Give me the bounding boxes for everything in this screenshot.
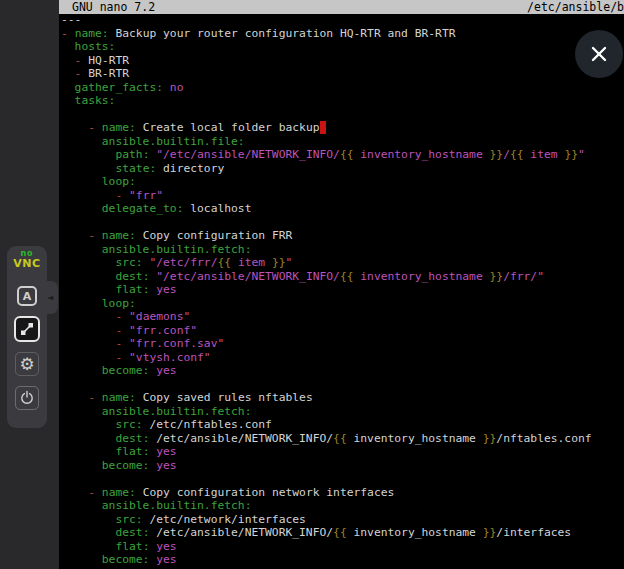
terminal-line: delegate_to: localhost (61, 202, 624, 216)
terminal-line: tasks: (61, 94, 624, 108)
terminal-line (61, 216, 624, 230)
terminal-line: - "vtysh.conf" (61, 351, 624, 365)
terminal-line (61, 378, 624, 392)
nano-titlebar: GNU nano 7.2 /etc/ansible/b (59, 0, 624, 14)
terminal-line: dest: /etc/ansible/NETWORK_INFO/{{ inven… (61, 526, 624, 540)
fullscreen-icon (20, 322, 34, 336)
terminal-line: flat: yes (61, 445, 624, 459)
terminal-line: - name: Create local folder backup (61, 121, 624, 135)
terminal-line: flat: yes (61, 540, 624, 554)
terminal-line: ansible.builtin.fetch: (61, 405, 624, 419)
terminal-line: - name: Copy configuration FRR (61, 229, 624, 243)
terminal-line: - "frr" (61, 189, 624, 203)
terminal-line: path: "/etc/ansible/NETWORK_INFO/{{ inve… (61, 148, 624, 162)
terminal-line: ansible.builtin.fetch: (61, 243, 624, 257)
terminal-line: - name: Backup your router configuration… (61, 27, 624, 41)
terminal-line: dest: /etc/ansible/NETWORK_INFO/{{ inven… (61, 432, 624, 446)
terminal-line: - BR-RTR (61, 67, 624, 81)
terminal-line: become: yes (61, 459, 624, 473)
close-icon (589, 44, 609, 64)
fullscreen-button[interactable] (14, 316, 40, 342)
terminal-line: gather_facts: no (61, 81, 624, 95)
terminal-line: loop: (61, 175, 624, 189)
terminal-line: hosts: (61, 40, 624, 54)
vnc-control-bar: no VNC A ⚙ (7, 246, 47, 428)
terminal-line: loop: (61, 297, 624, 311)
terminal-line: - HQ-RTR (61, 54, 624, 68)
terminal-line: become: yes (61, 553, 624, 567)
text-cursor (320, 121, 327, 134)
terminal-line: src: /etc/nftables.conf (61, 418, 624, 432)
keyboard-button[interactable]: A (17, 286, 37, 306)
keyboard-a-icon: A (23, 290, 32, 303)
terminal-line: state: directory (61, 162, 624, 176)
terminal-line: ansible.builtin.fetch: (61, 499, 624, 513)
terminal-line: - name: Copy configuration network inter… (61, 486, 624, 500)
nano-editor-content[interactable]: ---- name: Backup your router configurat… (59, 13, 624, 569)
power-icon (19, 390, 35, 406)
terminal-line: --- (61, 13, 624, 27)
terminal-line: src: /etc/network/interfaces (61, 513, 624, 527)
screen: GNU nano 7.2 /etc/ansible/b ---- name: B… (0, 0, 624, 569)
terminal-line: dest: "/etc/ansible/NETWORK_INFO/{{ inve… (61, 270, 624, 284)
settings-button[interactable]: ⚙ (15, 352, 39, 376)
novnc-logo: no VNC (7, 250, 47, 269)
nano-file-path: /etc/ansible/b (527, 0, 624, 14)
terminal-line: - name: Copy saved rules nftables (61, 391, 624, 405)
vnc-toolbar-handle[interactable]: ◄ (42, 281, 58, 314)
terminal-line (61, 472, 624, 486)
terminal-line: - "frr.conf.sav" (61, 337, 624, 351)
power-button[interactable] (15, 386, 39, 410)
terminal-line: flat: yes (61, 283, 624, 297)
terminal-line: ansible.builtin.file: (61, 135, 624, 149)
terminal-line: src: "/etc/frr/{{ item }}" (61, 256, 624, 270)
terminal-line: become: yes (61, 364, 624, 378)
close-button[interactable] (575, 30, 623, 78)
terminal-line (61, 108, 624, 122)
collapse-arrow-icon: ◄ (47, 294, 53, 302)
nano-app-title: GNU nano 7.2 (72, 0, 155, 14)
gear-icon: ⚙ (19, 354, 34, 375)
terminal-line: - "daemons" (61, 310, 624, 324)
terminal-line: - "frr.conf" (61, 324, 624, 338)
terminal-window[interactable]: GNU nano 7.2 /etc/ansible/b ---- name: B… (59, 0, 624, 569)
